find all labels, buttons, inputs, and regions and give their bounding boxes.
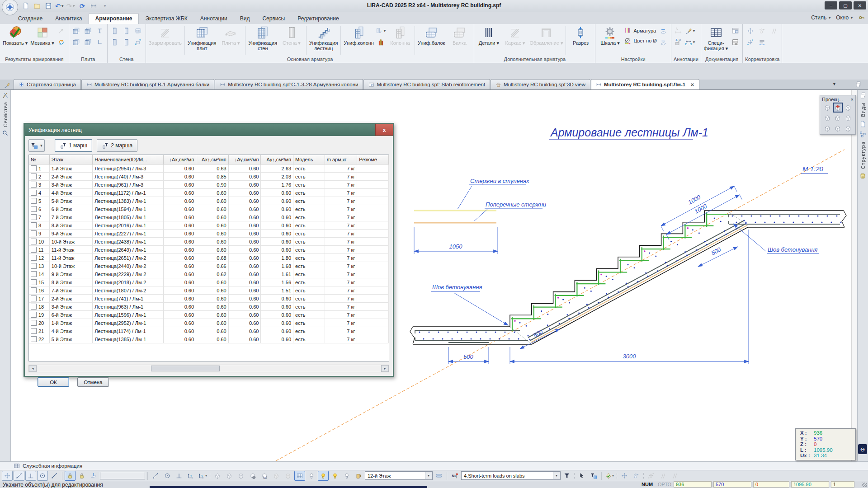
- table-row[interactable]: 201-й ЭтажЛестница(2952) / Лм-10.600.600…: [29, 319, 389, 327]
- cancel-button[interactable]: Отмена: [77, 377, 109, 387]
- grid-view-button[interactable]: [294, 471, 305, 481]
- table-row[interactable]: 167-й ЭтажЛестница(1807) / Лм-20.600.600…: [29, 286, 389, 295]
- move-points-button[interactable]: [745, 37, 755, 47]
- menu-tab-5[interactable]: Аннотации: [194, 14, 234, 24]
- views-panel-tab[interactable]: Виды: [860, 103, 866, 117]
- snap-mode-1-button[interactable]: [2, 471, 13, 481]
- redo-button[interactable]: ↷▼: [66, 1, 76, 10]
- resize-grip[interactable]: [862, 483, 867, 487]
- qat-more-button[interactable]: ▾: [100, 1, 110, 10]
- table-row[interactable]: 77-й ЭтажЛестница(1805) / Лм-10.600.600.…: [29, 213, 389, 221]
- column-header[interactable]: ↓Ay,см²/мп: [229, 155, 261, 164]
- pen-2-button[interactable]: [669, 471, 680, 481]
- close-icon[interactable]: ×: [851, 97, 854, 102]
- wall-rebar-x-button[interactable]: [109, 26, 120, 36]
- row-checkbox[interactable]: [31, 230, 37, 236]
- row-checkbox[interactable]: [31, 336, 37, 342]
- projection-view-7-button[interactable]: [822, 123, 832, 133]
- table-row[interactable]: 1111-й ЭтажЛестница(2649) / Лм-10.600.60…: [29, 246, 389, 254]
- view-box-4-button[interactable]: [247, 471, 258, 481]
- beam-button[interactable]: Балка: [446, 25, 472, 54]
- ucs-prev-button[interactable]: ▾: [197, 471, 208, 481]
- table-row[interactable]: 88-й ЭтажЛестница(2016) / Лм-10.600.600.…: [29, 221, 389, 230]
- ok-button[interactable]: ОК: [38, 377, 69, 387]
- menu-tab-3[interactable]: Армирование: [89, 13, 139, 24]
- edging-button[interactable]: Обрамление ▾: [528, 25, 564, 54]
- properties-tools-icon[interactable]: [2, 92, 9, 99]
- table-row[interactable]: 66-й ЭтажЛестница(1594) / Лм-10.600.600.…: [29, 205, 389, 213]
- projection-view-1-button[interactable]: [822, 103, 832, 113]
- doc-tab-1[interactable]: Стартовая страница: [14, 79, 81, 89]
- draw-circle-button[interactable]: [162, 471, 173, 481]
- close-icon[interactable]: ✕: [690, 82, 694, 87]
- wall-unification-button[interactable]: Унификация стен: [247, 25, 278, 54]
- row-checkbox[interactable]: [31, 320, 37, 326]
- wall-rebar-z-button[interactable]: [109, 37, 120, 47]
- dim-style-button[interactable]: [89, 1, 99, 10]
- filter-button[interactable]: [561, 471, 572, 481]
- specification-button[interactable]: Специ- фикация ▾: [703, 25, 729, 54]
- view-box-3-button[interactable]: [236, 471, 246, 481]
- table-row[interactable]: 99-й ЭтажЛестница(2227) / Лм-10.600.600.…: [29, 230, 389, 238]
- row-checkbox[interactable]: [31, 206, 37, 212]
- cage-button[interactable]: Каркас ▾: [502, 25, 528, 54]
- projection-view-9-button[interactable]: [843, 123, 853, 133]
- database-icon[interactable]: [859, 173, 866, 179]
- table-row[interactable]: 214-й ЭтажЛестница(1174) / Лм-10.600.600…: [29, 327, 389, 335]
- view-box-2-button[interactable]: [224, 471, 235, 481]
- wall-button[interactable]: Стена ▾: [278, 25, 305, 54]
- row-checkbox[interactable]: [31, 222, 37, 228]
- table-row[interactable]: 11-й ЭтажЛестница(2954) / Лм-30.600.630.…: [29, 164, 389, 173]
- undo-button[interactable]: ↶▼: [55, 1, 65, 10]
- rotate-button[interactable]: [631, 471, 642, 481]
- reinforce-button[interactable]: Заармировать: [147, 25, 183, 54]
- scrollbar-thumb[interactable]: [151, 366, 220, 371]
- menu-tab-2[interactable]: Аналитика: [49, 14, 88, 24]
- scroll-left-icon[interactable]: ◂: [29, 365, 37, 372]
- column-header[interactable]: Этаж: [50, 155, 93, 164]
- row-checkbox[interactable]: [31, 255, 37, 261]
- row-checkbox[interactable]: [31, 304, 37, 310]
- menu-tab-7[interactable]: Сервисы: [256, 14, 291, 24]
- menu-tab-4[interactable]: Экспертиза ЖБК: [139, 14, 193, 24]
- sketch-button[interactable]: ▼: [685, 26, 696, 36]
- menu-tab-6[interactable]: Вид: [234, 14, 256, 24]
- dim-aligned-button[interactable]: [673, 26, 684, 36]
- close-button[interactable]: ✕: [854, 1, 866, 9]
- column-header[interactable]: m арм,кг: [325, 155, 358, 164]
- table-row[interactable]: 196-й ЭтажЛестница(1596) / Лм-10.600.600…: [29, 311, 389, 319]
- sync-button[interactable]: ⟳: [77, 1, 87, 10]
- column-header[interactable]: Наименование(ID)/М...: [93, 155, 164, 164]
- sketch-line-button[interactable]: [49, 471, 60, 481]
- canvas-scrollbar[interactable]: [851, 90, 858, 461]
- ucs-button[interactable]: [185, 471, 196, 481]
- column-unification-button[interactable]: Униф.колонн: [342, 25, 375, 54]
- row-checkbox[interactable]: [31, 165, 37, 171]
- window-split-icon[interactable]: [855, 81, 862, 88]
- row-checkbox[interactable]: [31, 328, 37, 334]
- slab-rebar-x-top-button[interactable]: [71, 37, 82, 47]
- floor-select[interactable]: 12-й Этаж▼: [365, 471, 433, 480]
- row-checkbox[interactable]: [31, 312, 37, 318]
- bulb-off-button[interactable]: [306, 471, 317, 481]
- window-menu[interactable]: Окно▼: [836, 14, 854, 21]
- doc-tab-2[interactable]: Multistorey RC building.spf:В-1 Армуванн…: [81, 79, 214, 89]
- section-button[interactable]: Разрез: [567, 25, 594, 54]
- slab-edge-button[interactable]: [94, 37, 105, 47]
- row-checkbox[interactable]: [31, 287, 37, 293]
- perpendicular-button[interactable]: [174, 471, 184, 481]
- style-menu[interactable]: Стиль▼: [811, 14, 831, 21]
- row-checkbox[interactable]: [31, 279, 37, 285]
- dialog-close-button[interactable]: x: [375, 124, 393, 136]
- column-header[interactable]: Ax↑,см²/мп: [196, 155, 229, 164]
- doc-tab-6[interactable]: Multistorey RC building.spf:Лм-1✕: [591, 79, 699, 89]
- view-box-1-button[interactable]: [212, 471, 223, 481]
- rescale-button[interactable]: [133, 37, 144, 47]
- table-row[interactable]: 172-й ЭтажЛестница(741) / Лм-10.600.600.…: [29, 295, 389, 303]
- slab-rebar-y-top-button[interactable]: [83, 37, 94, 47]
- service-info-bar[interactable]: Служебная информация: [0, 461, 868, 470]
- table-row[interactable]: 1310-й ЭтажЛестница(2440) / Лм-20.600.66…: [29, 262, 389, 270]
- drawing-sheet-button[interactable]: [730, 26, 741, 36]
- table-row[interactable]: 1010-й ЭтажЛестница(2438) / Лм-10.600.60…: [29, 238, 389, 246]
- license-key-icon[interactable]: [858, 14, 865, 21]
